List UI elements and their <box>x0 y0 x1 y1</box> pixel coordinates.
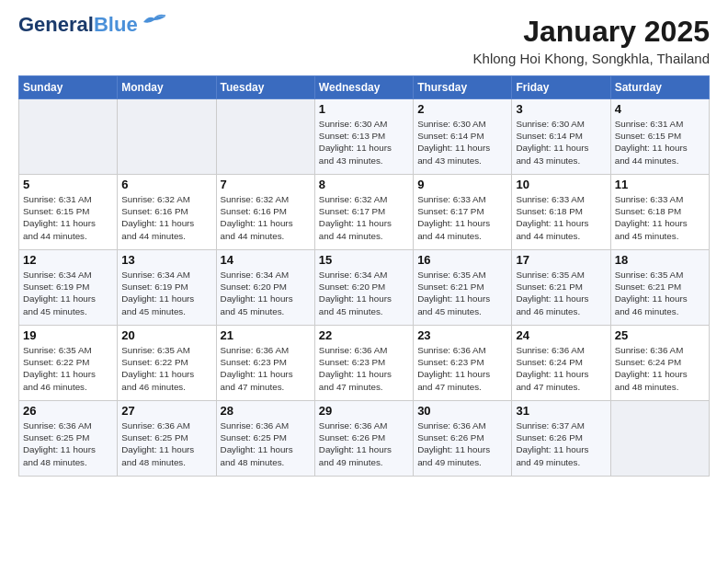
day-number: 20 <box>121 328 211 342</box>
calendar-cell: 15Sunrise: 6:34 AM Sunset: 6:20 PM Dayli… <box>314 250 413 326</box>
calendar-cell: 28Sunrise: 6:36 AM Sunset: 6:25 PM Dayli… <box>216 401 314 477</box>
day-number: 26 <box>23 404 113 418</box>
calendar-cell: 11Sunrise: 6:33 AM Sunset: 6:18 PM Dayli… <box>610 175 709 250</box>
day-info: Sunrise: 6:35 AM Sunset: 6:21 PM Dayligh… <box>417 269 507 317</box>
day-number: 10 <box>516 178 606 191</box>
day-info: Sunrise: 6:31 AM Sunset: 6:15 PM Dayligh… <box>23 193 113 242</box>
day-number: 2 <box>417 102 507 116</box>
header-tuesday: Tuesday <box>216 76 314 99</box>
day-info: Sunrise: 6:37 AM Sunset: 6:26 PM Dayligh… <box>516 419 606 468</box>
month-title: January 2025 <box>473 15 710 49</box>
day-number: 29 <box>319 404 409 418</box>
calendar-cell: 17Sunrise: 6:35 AM Sunset: 6:21 PM Dayli… <box>512 250 610 326</box>
day-info: Sunrise: 6:36 AM Sunset: 6:26 PM Dayligh… <box>417 419 507 468</box>
calendar-header-row: SundayMondayTuesdayWednesdayThursdayFrid… <box>19 76 710 99</box>
calendar-cell: 26Sunrise: 6:36 AM Sunset: 6:25 PM Dayli… <box>19 401 118 477</box>
calendar-cell: 19Sunrise: 6:35 AM Sunset: 6:22 PM Dayli… <box>19 326 118 401</box>
day-info: Sunrise: 6:30 AM Sunset: 6:13 PM Dayligh… <box>319 118 409 167</box>
page-header: GeneralBlue January 2025 Khlong Hoi Khon… <box>18 15 710 66</box>
calendar-week-row: 1Sunrise: 6:30 AM Sunset: 6:13 PM Daylig… <box>19 99 710 175</box>
calendar-week-row: 26Sunrise: 6:36 AM Sunset: 6:25 PM Dayli… <box>19 401 710 477</box>
calendar-cell: 5Sunrise: 6:31 AM Sunset: 6:15 PM Daylig… <box>19 175 118 250</box>
day-number: 27 <box>121 404 211 418</box>
day-info: Sunrise: 6:36 AM Sunset: 6:25 PM Dayligh… <box>23 419 113 468</box>
day-info: Sunrise: 6:33 AM Sunset: 6:17 PM Dayligh… <box>417 193 507 242</box>
day-number: 6 <box>121 178 211 191</box>
calendar-table: SundayMondayTuesdayWednesdayThursdayFrid… <box>18 75 710 477</box>
calendar-cell: 10Sunrise: 6:33 AM Sunset: 6:18 PM Dayli… <box>512 175 610 250</box>
calendar-cell: 29Sunrise: 6:36 AM Sunset: 6:26 PM Dayli… <box>314 401 413 477</box>
calendar-cell <box>610 401 709 477</box>
day-number: 23 <box>417 328 507 342</box>
day-number: 15 <box>319 253 409 267</box>
calendar-cell: 21Sunrise: 6:36 AM Sunset: 6:23 PM Dayli… <box>216 326 314 401</box>
day-number: 8 <box>319 178 409 191</box>
calendar-cell: 23Sunrise: 6:36 AM Sunset: 6:23 PM Dayli… <box>414 326 512 401</box>
calendar-cell: 30Sunrise: 6:36 AM Sunset: 6:26 PM Dayli… <box>414 401 512 477</box>
calendar-cell <box>118 99 216 175</box>
calendar-cell: 2Sunrise: 6:30 AM Sunset: 6:14 PM Daylig… <box>414 99 512 175</box>
day-number: 16 <box>417 253 507 267</box>
header-saturday: Saturday <box>610 76 709 99</box>
calendar-cell: 27Sunrise: 6:36 AM Sunset: 6:25 PM Dayli… <box>118 401 216 477</box>
day-info: Sunrise: 6:32 AM Sunset: 6:16 PM Dayligh… <box>121 193 211 242</box>
day-number: 4 <box>615 102 705 116</box>
day-number: 13 <box>121 253 211 267</box>
day-number: 25 <box>615 328 705 342</box>
day-info: Sunrise: 6:36 AM Sunset: 6:25 PM Dayligh… <box>121 419 211 468</box>
day-number: 28 <box>221 404 311 418</box>
day-number: 22 <box>319 328 409 342</box>
day-info: Sunrise: 6:36 AM Sunset: 6:26 PM Dayligh… <box>319 419 409 468</box>
calendar-cell: 12Sunrise: 6:34 AM Sunset: 6:19 PM Dayli… <box>19 250 118 326</box>
logo-text: GeneralBlue <box>18 15 138 35</box>
calendar-cell: 14Sunrise: 6:34 AM Sunset: 6:20 PM Dayli… <box>216 250 314 326</box>
day-info: Sunrise: 6:33 AM Sunset: 6:18 PM Dayligh… <box>615 193 705 242</box>
day-number: 19 <box>23 328 113 342</box>
header-wednesday: Wednesday <box>314 76 413 99</box>
day-info: Sunrise: 6:34 AM Sunset: 6:19 PM Dayligh… <box>23 269 113 317</box>
header-monday: Monday <box>118 76 216 99</box>
day-info: Sunrise: 6:36 AM Sunset: 6:23 PM Dayligh… <box>417 344 507 393</box>
day-info: Sunrise: 6:36 AM Sunset: 6:23 PM Dayligh… <box>221 344 311 393</box>
day-info: Sunrise: 6:34 AM Sunset: 6:19 PM Dayligh… <box>121 269 211 317</box>
header-thursday: Thursday <box>414 76 512 99</box>
day-info: Sunrise: 6:30 AM Sunset: 6:14 PM Dayligh… <box>516 118 606 167</box>
calendar-cell: 13Sunrise: 6:34 AM Sunset: 6:19 PM Dayli… <box>118 250 216 326</box>
day-number: 11 <box>615 178 705 191</box>
day-number: 5 <box>23 178 113 191</box>
day-number: 12 <box>23 253 113 267</box>
calendar-cell: 3Sunrise: 6:30 AM Sunset: 6:14 PM Daylig… <box>512 99 610 175</box>
logo-bird-icon <box>142 13 167 29</box>
calendar-cell: 6Sunrise: 6:32 AM Sunset: 6:16 PM Daylig… <box>118 175 216 250</box>
calendar-week-row: 5Sunrise: 6:31 AM Sunset: 6:15 PM Daylig… <box>19 175 710 250</box>
day-number: 7 <box>221 178 311 191</box>
calendar-week-row: 12Sunrise: 6:34 AM Sunset: 6:19 PM Dayli… <box>19 250 710 326</box>
day-number: 14 <box>221 253 311 267</box>
calendar-cell: 20Sunrise: 6:35 AM Sunset: 6:22 PM Dayli… <box>118 326 216 401</box>
calendar-cell: 4Sunrise: 6:31 AM Sunset: 6:15 PM Daylig… <box>610 99 709 175</box>
calendar-cell: 18Sunrise: 6:35 AM Sunset: 6:21 PM Dayli… <box>610 250 709 326</box>
day-info: Sunrise: 6:32 AM Sunset: 6:17 PM Dayligh… <box>319 193 409 242</box>
header-sunday: Sunday <box>19 76 118 99</box>
calendar-cell: 8Sunrise: 6:32 AM Sunset: 6:17 PM Daylig… <box>314 175 413 250</box>
day-info: Sunrise: 6:35 AM Sunset: 6:21 PM Dayligh… <box>615 269 705 317</box>
logo: GeneralBlue <box>18 15 167 35</box>
calendar-cell <box>216 99 314 175</box>
day-info: Sunrise: 6:31 AM Sunset: 6:15 PM Dayligh… <box>615 118 705 167</box>
calendar-cell: 16Sunrise: 6:35 AM Sunset: 6:21 PM Dayli… <box>414 250 512 326</box>
calendar-cell: 22Sunrise: 6:36 AM Sunset: 6:23 PM Dayli… <box>314 326 413 401</box>
day-info: Sunrise: 6:36 AM Sunset: 6:24 PM Dayligh… <box>615 344 705 393</box>
day-info: Sunrise: 6:35 AM Sunset: 6:22 PM Dayligh… <box>121 344 211 393</box>
day-number: 30 <box>417 404 507 418</box>
day-info: Sunrise: 6:36 AM Sunset: 6:24 PM Dayligh… <box>516 344 606 393</box>
location-title: Khlong Hoi Khong, Songkhla, Thailand <box>473 51 710 66</box>
calendar-cell: 7Sunrise: 6:32 AM Sunset: 6:16 PM Daylig… <box>216 175 314 250</box>
title-block: January 2025 Khlong Hoi Khong, Songkhla,… <box>473 15 710 66</box>
calendar-week-row: 19Sunrise: 6:35 AM Sunset: 6:22 PM Dayli… <box>19 326 710 401</box>
day-number: 18 <box>615 253 705 267</box>
day-number: 9 <box>417 178 507 191</box>
header-friday: Friday <box>512 76 610 99</box>
day-number: 1 <box>319 102 409 116</box>
calendar-cell: 31Sunrise: 6:37 AM Sunset: 6:26 PM Dayli… <box>512 401 610 477</box>
calendar-cell: 25Sunrise: 6:36 AM Sunset: 6:24 PM Dayli… <box>610 326 709 401</box>
